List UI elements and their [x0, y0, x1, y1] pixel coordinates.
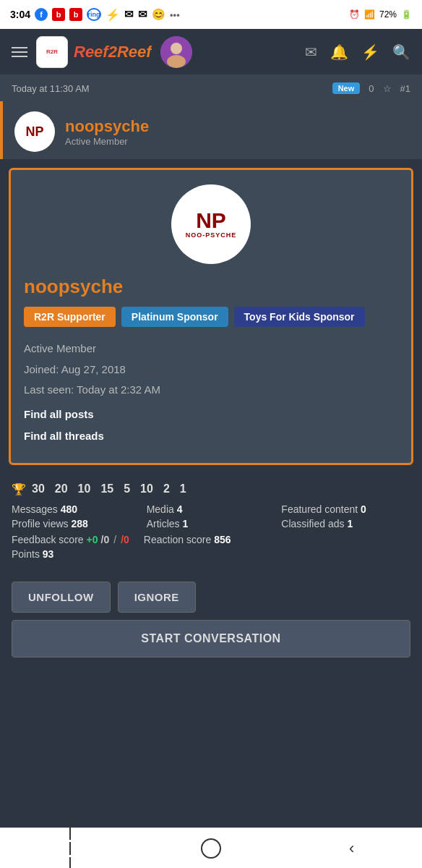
- feedback-label: Feedback score: [12, 534, 84, 545]
- profile-views-value: 288: [71, 518, 87, 529]
- lightning-icon[interactable]: ⚡: [361, 43, 379, 61]
- trophy-num-4: 15: [100, 482, 113, 495]
- avatar-initials: NP: [196, 210, 226, 231]
- messenger-icon: ⚡: [106, 8, 120, 22]
- user-avatar-header[interactable]: [160, 36, 192, 68]
- start-conversation-button[interactable]: START CONVERSATION: [12, 620, 410, 658]
- back-nav-chevron[interactable]: ‹: [337, 834, 366, 863]
- thread-count: 0: [369, 83, 374, 94]
- trophy-num-2: 20: [55, 482, 68, 495]
- stats-grid: Messages 480 Media 4 Featured content 0 …: [12, 503, 410, 529]
- media-label: Media: [147, 503, 174, 515]
- bottom-navigation: ‹: [0, 827, 422, 868]
- feedback-negative: /0: [121, 534, 129, 545]
- action-buttons: UNFOLLOW IGNORE START CONVERSATION: [0, 574, 422, 666]
- status-bar-right: ⏰ 📶 72% 🔋: [349, 9, 412, 20]
- avatar-subtitle: NOO-PSYCHE: [186, 231, 237, 239]
- find-all-threads-link[interactable]: Find all threads: [24, 425, 398, 447]
- r2r-supporter-badge: R2R Supporter: [24, 307, 116, 327]
- bitly2-icon: b: [69, 8, 82, 21]
- profile-avatar: NP NOO-PSYCHE: [171, 184, 251, 264]
- hamburger-menu[interactable]: [12, 47, 27, 57]
- app-header: R2R Reef2Reef ✉ 🔔 ⚡ 🔍: [0, 29, 422, 75]
- chevron-left-icon: ‹: [349, 839, 354, 858]
- trophy-num-6: 10: [140, 482, 153, 495]
- time-display: 3:04: [10, 9, 30, 20]
- ring-icon: ring: [87, 8, 101, 21]
- messages-label: Messages: [12, 503, 58, 515]
- avatar-inner: NP NOO-PSYCHE: [186, 210, 237, 239]
- status-bar: 3:04 f b b ring ⚡ ✉ ✉ 😊 ••• ⏰ 📶 72% 🔋: [0, 0, 422, 29]
- new-badge: New: [332, 82, 361, 94]
- badges-row: R2R Supporter Platinum Sponsor Toys For …: [24, 307, 398, 327]
- trophy-num-5: 5: [124, 482, 130, 495]
- profile-info: Active Member Joined: Aug 27, 2018 Last …: [24, 339, 398, 401]
- find-all-posts-link[interactable]: Find all posts: [24, 404, 398, 425]
- profile-views-stat: Profile views 288: [12, 518, 141, 529]
- ignore-button[interactable]: IGNORE: [118, 582, 196, 613]
- unfollow-button[interactable]: UNFOLLOW: [12, 582, 111, 613]
- search-header-icon[interactable]: 🔍: [392, 43, 410, 61]
- logo-text: Reef2Reef: [74, 43, 152, 61]
- classified-ads-stat: Classified ads 1: [281, 518, 410, 529]
- user-header-username: noopsyche: [65, 117, 149, 136]
- trophy-row: 🏆 30 20 10 15 5 10 2 1: [12, 482, 410, 496]
- profile-joined: Joined: Aug 27, 2018: [24, 359, 398, 380]
- user-header-card: NP noopsyche Active Member: [0, 101, 422, 159]
- media-value: 4: [177, 503, 183, 515]
- header-left: R2R Reef2Reef: [12, 36, 192, 68]
- user-initials-badge: NP: [14, 111, 55, 152]
- svg-point-1: [171, 43, 182, 54]
- articles-value: 1: [182, 518, 188, 529]
- alarm-icon: ⏰: [349, 9, 360, 20]
- messages-value: 480: [61, 503, 77, 515]
- trophy-num-1: 30: [32, 482, 45, 495]
- status-bar-left: 3:04 f b b ring ⚡ ✉ ✉ 😊 •••: [10, 8, 180, 22]
- thread-number: #1: [400, 83, 410, 94]
- bookmark-icon[interactable]: ☆: [383, 83, 392, 94]
- featured-label: Featured content: [281, 503, 358, 515]
- profile-status: Active Member: [24, 339, 398, 359]
- reaction-value: 856: [214, 534, 231, 545]
- smiley-icon: 😊: [152, 8, 165, 21]
- profile-last-seen: Last seen: Today at 2:32 AM: [24, 380, 398, 401]
- more-icon: •••: [170, 9, 180, 20]
- platinum-sponsor-badge: Platinum Sponsor: [121, 307, 228, 327]
- trophy-num-7: 2: [163, 482, 170, 495]
- bell-icon[interactable]: 🔔: [330, 43, 348, 61]
- reaction-label: Reaction score: [144, 534, 211, 545]
- profile-username: noopsyche: [24, 276, 398, 298]
- thread-bar: Today at 11:30 AM New 0 ☆ #1: [0, 75, 422, 101]
- trophy-numbers: 30 20 10 15 5 10 2 1: [32, 482, 186, 495]
- wifi-icon: 📶: [364, 9, 375, 20]
- classified-ads-value: 1: [347, 518, 353, 529]
- messages-stat: Messages 480: [12, 503, 141, 515]
- trophy-num-8: 1: [180, 482, 186, 495]
- mail-header-icon[interactable]: ✉: [305, 43, 317, 61]
- thread-date: Today at 11:30 AM: [12, 83, 90, 94]
- logo-icon: R2R: [36, 36, 68, 68]
- profile-card: NP NOO-PSYCHE noopsyche R2R Supporter Pl…: [9, 168, 413, 465]
- points-label: Points: [12, 548, 40, 560]
- media-stat: Media 4: [147, 503, 276, 515]
- profile-links: Find all posts Find all threads: [24, 404, 398, 447]
- feedback-neutral: /0: [101, 534, 110, 545]
- points-value: 93: [43, 548, 54, 560]
- logo-container: R2R Reef2Reef: [36, 36, 152, 68]
- battery-display: 72%: [379, 9, 397, 20]
- follow-ignore-row: UNFOLLOW IGNORE: [12, 582, 410, 613]
- stats-section: 🏆 30 20 10 15 5 10 2 1 Messages 480 Medi…: [0, 474, 422, 574]
- mail2-icon: ✉: [138, 8, 147, 21]
- thread-bar-right: New 0 ☆ #1: [332, 82, 410, 94]
- featured-stat: Featured content 0: [281, 503, 410, 515]
- classified-ads-label: Classified ads: [281, 518, 344, 529]
- home-nav-circle[interactable]: [197, 834, 225, 863]
- toys-sponsor-badge: Toys For Kids Sponsor: [234, 307, 365, 327]
- articles-stat: Articles 1: [147, 518, 276, 529]
- back-nav-lines[interactable]: [56, 834, 85, 863]
- svg-point-2: [167, 55, 186, 68]
- user-header-info: noopsyche Active Member: [65, 117, 149, 147]
- bitly-icon: b: [52, 8, 65, 21]
- mail-icon: ✉: [124, 8, 134, 21]
- facebook-icon: f: [35, 8, 48, 21]
